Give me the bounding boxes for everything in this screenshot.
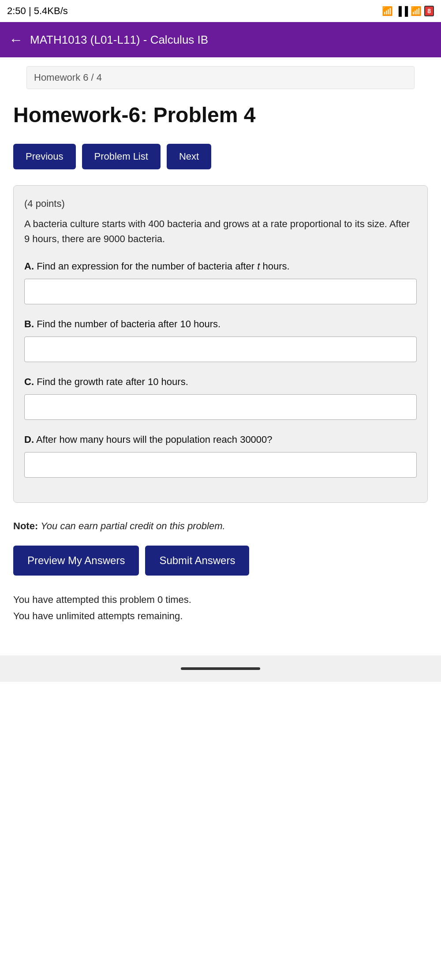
question-b-id: B. [24,318,34,329]
status-bar: 2:50 | 5.4KB/s 📶 ▐▐ 📶 8 [0,0,441,22]
back-button[interactable]: ← [9,32,23,48]
question-c-label: C. Find the growth rate after 10 hours. [24,374,417,389]
attempt-line2: You have unlimited attempts remaining. [13,608,428,624]
status-icons: 📶 ▐▐ 📶 8 [382,6,434,16]
status-time-data: 2:50 | 5.4KB/s [7,5,68,17]
page-title: MATH1013 (L01-L11) - Calculus IB [30,33,208,47]
question-a-block: A. Find an expression for the number of … [24,259,417,304]
question-d-id: D. [24,434,34,445]
home-indicator[interactable] [181,667,260,670]
next-button[interactable]: Next [167,144,211,169]
question-c-id: C. [24,376,34,387]
navigation-buttons: Previous Problem List Next [13,144,428,169]
problem-points: (4 points) [24,198,417,209]
attempt-line1: You have attempted this problem 0 times. [13,591,428,608]
question-b-input[interactable] [24,337,417,362]
question-b-block: B. Find the number of bacteria after 10 … [24,317,417,362]
problem-box: (4 points) A bacteria culture starts wit… [13,185,428,503]
question-a-label: A. Find an expression for the number of … [24,259,417,273]
problem-list-button[interactable]: Problem List [82,144,161,169]
question-d-input[interactable] [24,452,417,478]
previous-button[interactable]: Previous [13,144,76,169]
bluetooth-icon: 📶 [382,6,393,16]
problem-description: A bacteria culture starts with 400 bacte… [24,217,417,247]
question-d-text: After how many hours will the population… [36,434,273,445]
breadcrumb: Homework 6 / 4 [26,66,415,89]
note-italic-content: You can earn partial credit on this prob… [41,520,225,531]
action-buttons: Preview My Answers Submit Answers [13,546,428,576]
problem-title: Homework-6: Problem 4 [13,102,428,128]
top-nav-bar: ← MATH1013 (L01-L11) - Calculus IB [0,22,441,57]
question-b-text: Find the number of bacteria after 10 hou… [37,318,220,329]
wifi-icon: 📶 [411,6,422,16]
question-a-id: A. [24,261,34,272]
main-content: Homework-6: Problem 4 Previous Problem L… [0,89,441,655]
question-a-text: Find an expression for the number of bac… [37,261,290,272]
bottom-bar [0,655,441,682]
breadcrumb-container: Homework 6 / 4 [13,66,428,89]
note-section: Note: You can earn partial credit on thi… [13,519,428,533]
question-c-input[interactable] [24,394,417,420]
attempt-info: You have attempted this problem 0 times.… [13,591,428,625]
preview-button[interactable]: Preview My Answers [13,546,139,576]
question-c-block: C. Find the growth rate after 10 hours. [24,374,417,420]
submit-button[interactable]: Submit Answers [145,546,249,576]
question-b-label: B. Find the number of bacteria after 10 … [24,317,417,331]
note-bold-label: Note: [13,520,38,531]
question-c-text: Find the growth rate after 10 hours. [37,376,188,387]
signal-icon: ▐▐ [396,6,408,16]
battery-icon: 8 [424,6,434,16]
question-d-label: D. After how many hours will the populat… [24,432,417,447]
question-a-input[interactable] [24,279,417,304]
question-d-block: D. After how many hours will the populat… [24,432,417,478]
